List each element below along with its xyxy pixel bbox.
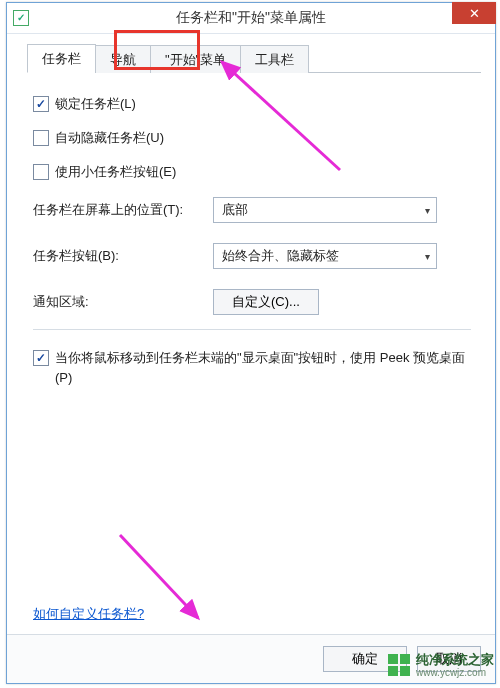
dialog-content: 任务栏 导航 "开始"菜单 工具栏 ✓ 锁定任务栏(L) 自动隐藏任务栏(U) … xyxy=(7,34,495,413)
small-buttons-checkbox[interactable] xyxy=(33,164,49,180)
chevron-down-icon: ▾ xyxy=(425,251,430,262)
small-buttons-row: 使用小任务栏按钮(E) xyxy=(33,163,471,181)
check-icon: ✓ xyxy=(36,98,46,110)
notification-label: 通知区域: xyxy=(33,293,213,311)
help-link[interactable]: 如何自定义任务栏? xyxy=(33,606,144,621)
lock-taskbar-label: 锁定任务栏(L) xyxy=(55,95,136,113)
help-area: 如何自定义任务栏? xyxy=(33,605,144,623)
taskbar-panel: ✓ 锁定任务栏(L) 自动隐藏任务栏(U) 使用小任务栏按钮(E) 任务栏在屏幕… xyxy=(27,73,481,413)
auto-hide-label: 自动隐藏任务栏(U) xyxy=(55,129,164,147)
position-value: 底部 xyxy=(222,201,248,219)
buttons-label: 任务栏按钮(B): xyxy=(33,247,213,265)
watermark: 纯净系统之家 www.ycwjz.com xyxy=(388,653,494,678)
buttons-value: 始终合并、隐藏标签 xyxy=(222,247,339,265)
watermark-logo-icon xyxy=(388,654,410,676)
tab-navigation[interactable]: 导航 xyxy=(95,45,151,73)
position-label: 任务栏在屏幕上的位置(T): xyxy=(33,201,213,219)
buttons-select[interactable]: 始终合并、隐藏标签 ▾ xyxy=(213,243,437,269)
buttons-row: 任务栏按钮(B): 始终合并、隐藏标签 ▾ xyxy=(33,243,471,269)
small-buttons-label: 使用小任务栏按钮(E) xyxy=(55,163,176,181)
lock-taskbar-checkbox[interactable]: ✓ xyxy=(33,96,49,112)
tab-toolbars[interactable]: 工具栏 xyxy=(240,45,309,73)
peek-label: 当你将鼠标移动到任务栏末端的"显示桌面"按钮时，使用 Peek 预览桌面(P) xyxy=(55,348,471,387)
customize-button[interactable]: 自定义(C)... xyxy=(213,289,319,315)
close-button[interactable]: ✕ xyxy=(452,2,496,24)
titlebar: ✓ 任务栏和"开始"菜单属性 ✕ xyxy=(7,3,495,34)
tab-start-menu[interactable]: "开始"菜单 xyxy=(150,45,241,73)
position-select[interactable]: 底部 ▾ xyxy=(213,197,437,223)
auto-hide-checkbox[interactable] xyxy=(33,130,49,146)
close-icon: ✕ xyxy=(469,6,480,21)
peek-row: ✓ 当你将鼠标移动到任务栏末端的"显示桌面"按钮时，使用 Peek 预览桌面(P… xyxy=(33,348,471,387)
watermark-name: 纯净系统之家 xyxy=(416,653,494,667)
auto-hide-row: 自动隐藏任务栏(U) xyxy=(33,129,471,147)
divider xyxy=(33,329,471,330)
chevron-down-icon: ▾ xyxy=(425,205,430,216)
notification-row: 通知区域: 自定义(C)... xyxy=(33,289,471,315)
lock-taskbar-row: ✓ 锁定任务栏(L) xyxy=(33,95,471,113)
peek-checkbox[interactable]: ✓ xyxy=(33,350,49,366)
window-title: 任务栏和"开始"菜单属性 xyxy=(7,9,495,27)
check-icon: ✓ xyxy=(36,352,46,364)
properties-dialog: ✓ 任务栏和"开始"菜单属性 ✕ 任务栏 导航 "开始"菜单 工具栏 ✓ 锁定任… xyxy=(6,2,496,684)
tab-strip: 任务栏 导航 "开始"菜单 工具栏 xyxy=(27,44,481,73)
watermark-url: www.ycwjz.com xyxy=(416,667,494,678)
position-row: 任务栏在屏幕上的位置(T): 底部 ▾ xyxy=(33,197,471,223)
tab-taskbar[interactable]: 任务栏 xyxy=(27,44,96,73)
